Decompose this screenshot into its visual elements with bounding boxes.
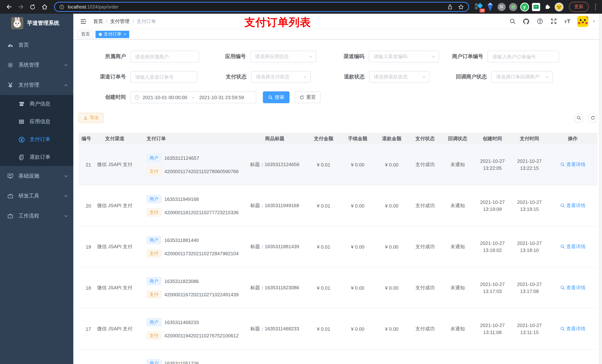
notify-status-filter-select[interactable]: 请选择订单回调商户状态 — [491, 71, 553, 83]
breadcrumb-home[interactable]: 首页 — [93, 18, 103, 25]
cell-order: 商户1635311881440 支付4200001173202110272847… — [139, 236, 243, 258]
create-time-filter-label: 创建时间 — [78, 94, 130, 101]
cell-id: 21 — [78, 162, 91, 167]
avatar[interactable] — [577, 16, 588, 27]
chevron-down-icon — [422, 75, 426, 79]
merchant-order-no-filter-input[interactable] — [488, 51, 559, 62]
back-icon[interactable] — [4, 2, 14, 12]
pay-order-no: 4200001174202110278060590766 — [164, 168, 239, 174]
url-bar[interactable]: localhost:1024/pay/order — [54, 2, 469, 12]
search-icon[interactable] — [509, 18, 516, 25]
chevron-down-icon — [303, 75, 307, 79]
col-notify-status: 回调状态 — [441, 135, 474, 142]
tab-home[interactable]: 首页 — [78, 31, 93, 38]
refresh-button[interactable] — [588, 113, 598, 123]
view-detail-link[interactable]: 查看详情 — [560, 325, 586, 332]
cell-pay-status: 支付成功 — [409, 161, 441, 168]
toolbox-icon — [7, 213, 13, 219]
sidebar-item-payment[interactable]: 支付管理 — [0, 75, 73, 95]
clock-icon — [134, 95, 140, 100]
reset-button[interactable]: 重置 — [295, 91, 321, 103]
profile-emoji-icon[interactable] — [554, 2, 564, 12]
channel-code-filter-label: 渠道编码 — [316, 53, 369, 60]
extension-chat-icon[interactable] — [531, 2, 541, 12]
dashboard-icon — [7, 42, 13, 48]
sidebar-item-dev-tools[interactable]: 研发工具 — [0, 186, 73, 206]
hide-search-button[interactable] — [574, 113, 583, 123]
cell-refund: ¥ 0.00 — [375, 285, 409, 291]
view-detail-link[interactable]: 查看详情 — [560, 202, 586, 209]
cell-title: 标题：1635311949168 — [243, 202, 307, 209]
app-filter-select[interactable]: 请选择应用信息 — [250, 51, 316, 62]
merchant-filter-input[interactable] — [130, 51, 199, 62]
app-logo[interactable]: 芋道管理系统 — [0, 14, 73, 32]
export-button[interactable]: 导出 — [78, 113, 104, 123]
chrome-update-button[interactable]: 更新 — [569, 2, 589, 12]
channel-order-no-filter-input[interactable] — [130, 71, 197, 83]
pay-tag: 支付 — [147, 290, 161, 299]
browser-menu-icon[interactable] — [592, 2, 598, 11]
sidebar-item-pay-order[interactable]: 支付订单 — [0, 131, 73, 148]
extension-sketch-icon[interactable]: 10 — [473, 2, 484, 12]
date-separator: - — [192, 94, 194, 100]
yen-icon — [7, 82, 13, 88]
cell-fee: ¥ 0.00 — [341, 285, 375, 291]
cell-amount: ¥ 0.01 — [307, 203, 341, 208]
cell-refund: ¥ 0.00 — [375, 244, 409, 250]
tab-pay-order[interactable]: 支付订单× — [96, 31, 129, 38]
sidebar-item-workflow[interactable]: 工作流程 — [0, 206, 73, 226]
sidebar-item-system[interactable]: 系统管理 — [0, 55, 73, 75]
github-icon[interactable] — [522, 18, 530, 25]
reload-icon[interactable] — [27, 2, 38, 12]
forward-icon[interactable] — [16, 2, 26, 12]
cell-pay-time: 2021-10-2713:18:10 — [511, 240, 548, 254]
extension-y-icon[interactable]: y — [519, 2, 529, 12]
help-icon[interactable] — [536, 18, 544, 25]
search-button[interactable]: 搜索 — [263, 91, 290, 103]
channel-code-filter-select[interactable]: 请输入渠道编码 — [369, 51, 439, 62]
cell-title: 标题：1635311881439 — [243, 243, 307, 250]
sidebar-item-infrastructure[interactable]: 基础设施 — [0, 166, 73, 186]
app-filter-label: 应用编号 — [199, 53, 250, 60]
cell-pay-status: 支付成功 — [409, 202, 441, 209]
extensions-puzzle-icon[interactable] — [542, 2, 552, 12]
pay-tag: 支付 — [147, 167, 161, 175]
view-detail-link[interactable]: 查看详情 — [560, 243, 586, 250]
cell-amount: ¥ 0.01 — [307, 244, 341, 250]
pay-order-no: 4200001167202110271022491439 — [164, 292, 239, 297]
breadcrumb-pay-manage[interactable]: 支付管理 — [110, 18, 129, 25]
sidebar-collapse-icon[interactable] — [79, 17, 87, 25]
extension-record-icon[interactable] — [508, 2, 518, 12]
view-detail-link[interactable]: 查看详情 — [560, 284, 586, 291]
yen-circle-icon — [19, 136, 24, 142]
cell-amount: ¥ 0.01 — [307, 326, 341, 332]
close-icon[interactable]: × — [124, 32, 126, 36]
sidebar-item-refund-order[interactable]: 退款订单 — [0, 148, 73, 166]
caret-down-icon[interactable] — [592, 19, 596, 23]
site-info-icon[interactable] — [59, 4, 64, 10]
cell-create-time: 2021-10-2713:18:02 — [474, 240, 511, 254]
home-icon[interactable] — [39, 2, 50, 12]
share-icon[interactable] — [447, 4, 453, 10]
font-size-icon[interactable] — [563, 18, 571, 25]
create-time-range-input[interactable]: 2021-10-01 00:00:00 - 2021-10-31 23:59:5… — [130, 91, 256, 103]
tags-view-bar: 首页 支付订单× — [73, 29, 602, 40]
fullscreen-icon[interactable] — [550, 18, 557, 25]
extension-command-icon[interactable]: ⌘ — [496, 2, 506, 12]
bookmark-star-icon[interactable] — [458, 4, 464, 10]
refund-status-filter-select[interactable]: 请选择退款状态 — [369, 71, 430, 83]
extension-kite-icon[interactable] — [485, 2, 495, 12]
table-row: 17 微信 JSAPI 支付 商户1635311468233 支付4200001… — [78, 309, 598, 350]
pay-status-filter-select[interactable]: 请选择支付状态 — [251, 71, 311, 83]
sidebar-item-merchant-info[interactable]: 商户信息 — [0, 95, 73, 113]
view-detail-link[interactable]: 查看详情 — [560, 161, 586, 168]
col-refund: 退款金额 — [375, 135, 409, 142]
sidebar-item-app-info[interactable]: 应用信息 — [0, 113, 73, 131]
breadcrumb: 首页 / 支付管理 / 支付订单 — [93, 18, 156, 25]
date-end: 2021-10-31 23:59:59 — [199, 94, 244, 100]
sidebar-item-home[interactable]: 首页 — [0, 35, 73, 55]
col-id: 编号 — [78, 135, 91, 142]
active-dot — [99, 33, 102, 36]
page-scrollbar[interactable] — [599, 14, 602, 364]
col-amount: 支付金额 — [307, 135, 341, 142]
